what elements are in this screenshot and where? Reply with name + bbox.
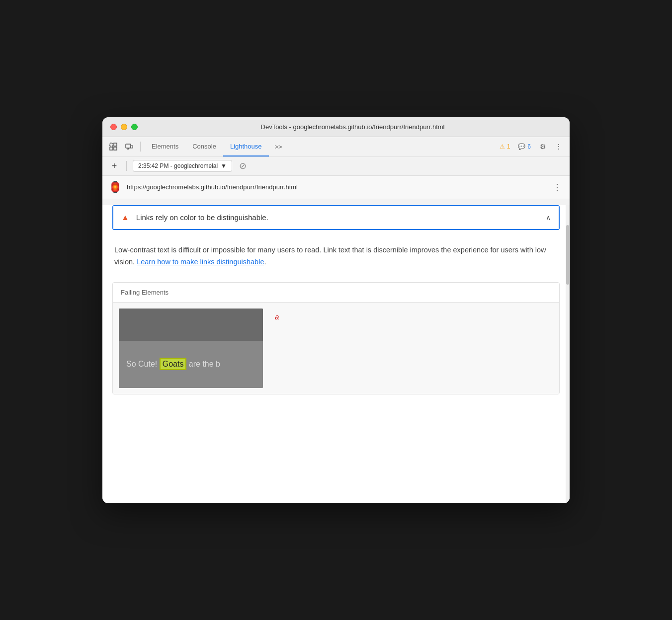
info-badge[interactable]: 💬 6 (515, 142, 534, 151)
url-bar: 🏮 https://googlechromelabs.github.io/fri… (102, 176, 570, 199)
close-button[interactable] (110, 124, 117, 130)
devtools-window: DevTools - googlechromelabs.github.io/fr… (102, 117, 570, 503)
element-selector: a (275, 309, 279, 321)
settings-icon[interactable]: ⚙ (536, 140, 550, 154)
audit-warning-icon: ▲ (121, 213, 129, 222)
text-after: are the b (186, 360, 220, 368)
highlighted-text: Goats (160, 358, 187, 370)
tab-lighthouse[interactable]: Lighthouse (223, 137, 269, 156)
screenshot-top (119, 309, 263, 341)
screenshot-bottom: So Cute! Goats are the b (119, 341, 263, 388)
dropdown-icon: ▼ (221, 162, 227, 169)
failing-row: So Cute! Goats are the b a (113, 303, 559, 394)
url-text: https://googlechromelabs.github.io/frien… (127, 183, 546, 191)
separator-2 (126, 161, 127, 171)
secondary-toolbar: + 2:35:42 PM - googlechromelal ▼ ⊘ (102, 157, 570, 176)
svg-rect-2 (110, 147, 113, 150)
failing-elements-header: Failing Elements (113, 283, 559, 303)
scrollbar-thumb[interactable] (566, 225, 569, 285)
maximize-button[interactable] (131, 124, 138, 130)
traffic-lights (110, 124, 138, 130)
url-dropdown[interactable]: 2:35:42 PM - googlechromelal ▼ (133, 160, 232, 172)
learn-link[interactable]: Learn how to make links distinguishable (137, 258, 264, 266)
warning-icon: ⚠ (500, 143, 505, 150)
clear-button[interactable]: ⊘ (236, 159, 250, 173)
warning-count: 1 (507, 143, 510, 150)
tab-elements[interactable]: Elements (145, 137, 185, 156)
screenshot-box: So Cute! Goats are the b (119, 309, 263, 388)
lighthouse-icon: 🏮 (108, 181, 122, 194)
failing-elements-container: Failing Elements So Cute! Goats are the … (112, 282, 560, 394)
collapse-icon[interactable]: ∧ (546, 214, 551, 222)
info-count: 6 (527, 143, 531, 150)
tab-overflow[interactable]: >> (271, 143, 286, 151)
toolbar-right: ⚠ 1 💬 6 ⚙ ⋮ (497, 140, 566, 154)
svg-rect-0 (110, 143, 113, 146)
url-more-button[interactable]: ⋮ (551, 180, 564, 195)
audit-item: ▲ Links rely on color to be distinguisha… (112, 205, 560, 230)
more-options-icon[interactable]: ⋮ (552, 140, 566, 154)
audit-title: Links rely on color to be distinguishabl… (136, 213, 546, 222)
tab-console[interactable]: Console (185, 137, 223, 156)
url-value: 2:35:42 PM - googlechromelal (138, 162, 218, 169)
main-content: ▲ Links rely on color to be distinguisha… (102, 205, 570, 503)
minimize-button[interactable] (121, 124, 127, 130)
inspector-icon[interactable] (106, 140, 120, 154)
description-suffix: . (264, 258, 266, 266)
audit-description: Low-contrast text is difficult or imposs… (102, 236, 570, 278)
screenshot-text: So Cute! Goats are the b (126, 360, 220, 369)
responsive-icon[interactable] (122, 140, 136, 154)
text-before: So Cute! (126, 360, 160, 368)
separator (140, 142, 141, 152)
audit-header[interactable]: ▲ Links rely on color to be distinguisha… (113, 206, 559, 229)
titlebar: DevTools - googlechromelabs.github.io/fr… (102, 117, 570, 137)
devtools-toolbar: Elements Console Lighthouse >> ⚠ 1 💬 6 ⚙… (102, 137, 570, 157)
tab-list: Elements Console Lighthouse (145, 137, 269, 156)
warning-badge[interactable]: ⚠ 1 (497, 142, 513, 151)
svg-rect-1 (114, 143, 117, 146)
chat-icon: 💬 (518, 143, 525, 150)
window-title: DevTools - googlechromelabs.github.io/fr… (144, 123, 562, 131)
scrollbar[interactable] (566, 205, 570, 503)
svg-rect-3 (114, 147, 117, 150)
svg-rect-4 (126, 144, 131, 148)
add-button[interactable]: + (108, 160, 120, 172)
